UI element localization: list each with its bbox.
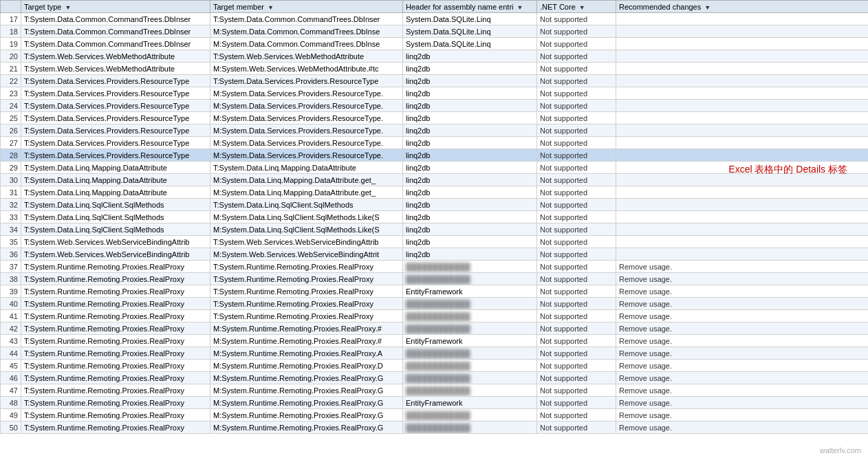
cell-recommended: [616, 137, 869, 149]
table-row: 23T:System.Data.Services.Providers.Resou…: [1, 87, 869, 100]
cell-recommended: [616, 223, 869, 236]
cell-recommended: [616, 100, 869, 112]
cell-dotnet-core: Not supported: [537, 25, 616, 38]
cell-header-assembly: linq2db: [403, 124, 537, 137]
col-header-assembly[interactable]: Header for assembly name entri ▼: [403, 1, 537, 13]
cell-recommended: Remove usage.: [616, 372, 869, 384]
cell-target-member: M:System.Data.Services.Providers.Resourc…: [210, 87, 403, 100]
cell-target-member: M:System.Runtime.Remoting.Proxies.RealPr…: [210, 384, 403, 397]
cell-row-num: 41: [1, 310, 21, 322]
cell-recommended: [616, 50, 869, 63]
cell-row-num: 50: [1, 421, 21, 434]
cell-row-num: 36: [1, 248, 21, 261]
cell-recommended: Remove usage.: [616, 409, 869, 421]
cell-header-assembly: linq2db: [403, 199, 537, 211]
cell-target-type: T:System.Runtime.Remoting.Proxies.RealPr…: [21, 273, 210, 285]
cell-dotnet-core: Not supported: [537, 162, 616, 174]
table-row: 28T:System.Data.Services.Providers.Resou…: [1, 149, 869, 162]
col-header-target-member[interactable]: Target member ▼: [210, 1, 403, 13]
cell-header-assembly: System.Data.SQLite.Linq: [403, 13, 537, 25]
cell-header-assembly: linq2db: [403, 236, 537, 248]
col-label-recommended: Recommended changes: [619, 3, 701, 11]
cell-target-member: M:System.Data.Linq.Mapping.DataAttribute…: [210, 186, 403, 199]
cell-dotnet-core: Not supported: [537, 285, 616, 298]
cell-dotnet-core: Not supported: [537, 112, 616, 124]
cell-target-member: T:System.Data.Linq.Mapping.DataAttribute: [210, 162, 403, 174]
cell-target-member: M:System.Data.Services.Providers.Resourc…: [210, 149, 403, 162]
cell-recommended: Remove usage.: [616, 322, 869, 335]
col-header-dotnet[interactable]: .NET Core ▼: [537, 1, 616, 13]
cell-target-member: M:System.Runtime.Remoting.Proxies.RealPr…: [210, 322, 403, 335]
filter-icon-target-type[interactable]: ▼: [65, 4, 71, 11]
cell-row-num: 21: [1, 63, 21, 75]
cell-target-member: T:System.Runtime.Remoting.Proxies.RealPr…: [210, 310, 403, 322]
table-row: 27T:System.Data.Services.Providers.Resou…: [1, 137, 869, 149]
cell-dotnet-core: Not supported: [537, 199, 616, 211]
cell-recommended: [616, 87, 869, 100]
cell-target-type: T:System.Runtime.Remoting.Proxies.RealPr…: [21, 335, 210, 347]
cell-target-member: M:System.Data.Common.CommandTrees.DbInse: [210, 38, 403, 50]
cell-dotnet-core: Not supported: [537, 372, 616, 384]
cell-recommended: [616, 248, 869, 261]
table-row: 33T:System.Data.Linq.SqlClient.SqlMethod…: [1, 211, 869, 223]
cell-dotnet-core: Not supported: [537, 397, 616, 409]
cell-target-type: T:System.Data.Services.Providers.Resourc…: [21, 112, 210, 124]
cell-target-member: M:System.Web.Services.WebMethodAttribute…: [210, 63, 403, 75]
col-label-assembly: Header for assembly name entri: [406, 3, 514, 11]
cell-recommended: Remove usage.: [616, 310, 869, 322]
cell-recommended: Remove usage.: [616, 360, 869, 372]
cell-recommended: [616, 25, 869, 38]
cell-dotnet-core: Not supported: [537, 384, 616, 397]
cell-header-assembly: ████████████: [403, 322, 537, 335]
table-row: 49T:System.Runtime.Remoting.Proxies.Real…: [1, 409, 869, 421]
table-row: 37T:System.Runtime.Remoting.Proxies.Real…: [1, 261, 869, 273]
cell-target-member: M:System.Runtime.Remoting.Proxies.RealPr…: [210, 409, 403, 421]
cell-target-member: T:System.Runtime.Remoting.Proxies.RealPr…: [210, 261, 403, 273]
col-header-recommended[interactable]: Recommended changes ▼: [616, 1, 869, 13]
cell-target-type: T:System.Web.Services.WebServiceBindingA…: [21, 248, 210, 261]
table-row: 35T:System.Web.Services.WebServiceBindin…: [1, 236, 869, 248]
cell-header-assembly: linq2db: [403, 63, 537, 75]
cell-row-num: 35: [1, 236, 21, 248]
cell-dotnet-core: Not supported: [537, 236, 616, 248]
cell-target-member: M:System.Web.Services.WebServiceBindingA…: [210, 248, 403, 261]
data-table: Target type ▼ Target member ▼ Header for…: [0, 0, 868, 434]
cell-dotnet-core: Not supported: [537, 273, 616, 285]
cell-header-assembly: linq2db: [403, 223, 537, 236]
cell-recommended: [616, 149, 869, 162]
col-header-target-type[interactable]: Target type ▼: [21, 1, 210, 13]
cell-dotnet-core: Not supported: [537, 124, 616, 137]
cell-dotnet-core: Not supported: [537, 310, 616, 322]
cell-recommended: [616, 112, 869, 124]
cell-target-type: T:System.Runtime.Remoting.Proxies.RealPr…: [21, 310, 210, 322]
cell-target-member: T:System.Runtime.Remoting.Proxies.RealPr…: [210, 273, 403, 285]
table-row: 26T:System.Data.Services.Providers.Resou…: [1, 124, 869, 137]
cell-target-type: T:System.Runtime.Remoting.Proxies.RealPr…: [21, 384, 210, 397]
cell-row-num: 43: [1, 335, 21, 347]
cell-recommended: [616, 13, 869, 25]
cell-row-num: 29: [1, 162, 21, 174]
cell-row-num: 22: [1, 75, 21, 87]
table-row: 40T:System.Runtime.Remoting.Proxies.Real…: [1, 298, 869, 310]
cell-target-member: M:System.Runtime.Remoting.Proxies.RealPr…: [210, 372, 403, 384]
cell-target-member: M:System.Data.Linq.Mapping.DataAttribute…: [210, 174, 403, 186]
cell-target-type: T:System.Data.Services.Providers.Resourc…: [21, 137, 210, 149]
cell-row-num: 42: [1, 322, 21, 335]
cell-recommended: [616, 174, 869, 186]
cell-recommended: Remove usage.: [616, 273, 869, 285]
filter-icon-dotnet[interactable]: ▼: [579, 4, 585, 11]
cell-header-assembly: linq2db: [403, 112, 537, 124]
cell-header-assembly: linq2db: [403, 186, 537, 199]
table-row: 50T:System.Runtime.Remoting.Proxies.Real…: [1, 421, 869, 434]
cell-recommended: [616, 236, 869, 248]
filter-icon-assembly[interactable]: ▼: [517, 4, 523, 11]
cell-row-num: 18: [1, 25, 21, 38]
cell-recommended: [616, 162, 869, 174]
cell-target-member: T:System.Data.Services.Providers.Resourc…: [210, 75, 403, 87]
cell-target-type: T:System.Data.Linq.Mapping.DataAttribute: [21, 162, 210, 174]
filter-icon-recommended[interactable]: ▼: [704, 4, 710, 11]
table-row: 22T:System.Data.Services.Providers.Resou…: [1, 75, 869, 87]
cell-target-type: T:System.Runtime.Remoting.Proxies.RealPr…: [21, 397, 210, 409]
filter-icon-target-member[interactable]: ▼: [268, 4, 274, 11]
cell-recommended: [616, 211, 869, 223]
